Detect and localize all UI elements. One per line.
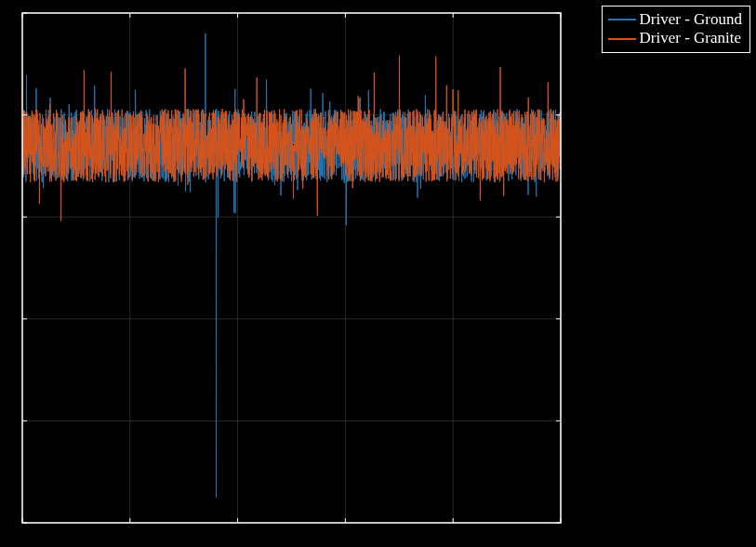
series-line-driver-granite bbox=[22, 56, 561, 221]
series-line-driver-ground bbox=[22, 33, 561, 498]
legend-label: Driver - Ground bbox=[640, 10, 742, 29]
legend-item-driver-ground: Driver - Ground bbox=[608, 10, 742, 29]
legend-swatch-icon bbox=[608, 38, 636, 40]
chart-legend: Driver - Ground Driver - Granite bbox=[602, 6, 750, 53]
chart-container: Driver - Ground Driver - Granite bbox=[0, 0, 756, 547]
legend-swatch-icon bbox=[608, 19, 636, 20]
legend-label: Driver - Granite bbox=[640, 29, 742, 47]
chart-plot bbox=[0, 0, 756, 547]
legend-item-driver-granite: Driver - Granite bbox=[608, 29, 742, 47]
axes-box bbox=[22, 13, 561, 523]
